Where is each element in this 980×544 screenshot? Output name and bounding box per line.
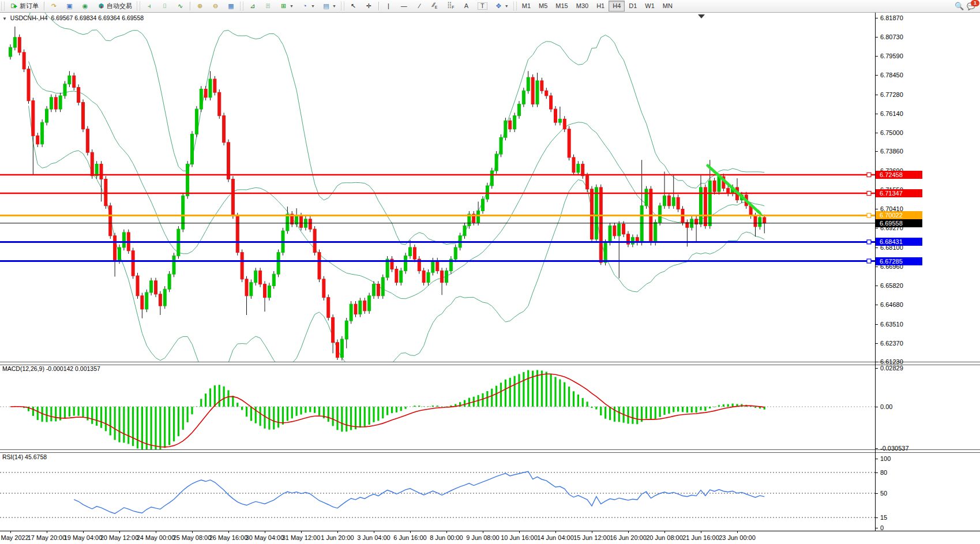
toolbar-grip[interactable] [1,2,5,10]
timeframe-button-MN[interactable]: MN [659,1,677,12]
rsi-value: 45.6758 [25,453,47,460]
zoom-in-button[interactable]: ⊕ [192,0,208,12]
toolbar: 🗋✚ 新订单 ↷ ▣ ◉ ⬢● 自动交易 ⫞ ⌷ ∿ ⊕ ⊖ ▦ ⊿ ⍐ ⊞▼ … [0,0,980,13]
toolbar-grip[interactable] [137,2,140,10]
bar-chart-icon: ⫞ [145,2,153,10]
time-axis-label: 10 Jun 16:00 [501,534,538,541]
autotrade-label: 自动交易 [107,2,132,10]
toolbar-grip[interactable] [513,2,517,10]
price-axis-tick [875,362,878,362]
time-axis-tick [628,531,629,533]
bull-candle [672,197,675,205]
fibonacci-tool-button[interactable]: ⣿F [443,0,459,12]
price-axis-tick [875,209,878,209]
toolbar-grip[interactable] [341,2,344,10]
market-watch-button[interactable]: ▣ [62,0,77,12]
hline-tool-button[interactable]: — [396,0,412,12]
price-axis-tick [875,324,878,325]
vline-tool-button[interactable]: | [381,0,396,12]
bull-candle [400,271,403,282]
line-chart-button[interactable]: ∿ [172,0,188,12]
level-price-badge: 6.71347 [876,189,922,197]
bull-candle [477,211,480,222]
add-indicator-dropdown[interactable]: ⊞▼ [276,0,297,12]
level-anchor[interactable] [867,213,871,217]
bear-candle [104,179,107,205]
trendline-tool-button[interactable]: ∕ [412,0,427,12]
channel-tool-button[interactable]: ∕∕E [427,0,443,12]
bear-candle [155,281,157,294]
bull-candle [254,271,257,282]
bear-candle [395,269,398,283]
bull-candle [482,199,485,211]
zoom-out-button[interactable]: ⊖ [208,0,223,12]
timeframe-button-M15[interactable]: M15 [551,1,572,12]
bear-candle [27,69,30,101]
timeframe-button-H4[interactable]: H4 [609,1,625,12]
timeframe-button-M1[interactable]: M1 [518,1,535,12]
bear-candle [413,247,416,259]
timeframe-button-H1[interactable]: H1 [592,1,609,12]
template-dropdown[interactable]: ▤▼ [318,0,340,12]
rsi-canvas[interactable] [0,452,875,531]
bear-candle [86,129,89,152]
period-dropdown[interactable]: ◔▼ [297,0,318,12]
main-chart-canvas[interactable] [0,13,875,362]
bull-candle [186,164,189,196]
bear-candle [22,52,25,69]
time-axis-tick [337,531,338,533]
bear-candle [159,294,162,306]
chart-profile-icon: ▣ [65,2,74,10]
signals-button[interactable]: ◉ [77,0,93,12]
cursor-button[interactable]: ↖ [346,0,361,12]
shapes-dropdown[interactable]: ✥▼ [491,0,512,12]
bull-candle [495,154,498,171]
toolbar-separator [44,2,44,10]
bear-candle [568,129,570,157]
timeframe-button-W1[interactable]: W1 [641,1,659,12]
level-anchor[interactable] [867,192,871,196]
bear-candle [77,88,80,103]
level-price-badge: 6.67285 [876,257,922,265]
new-order-button[interactable]: 🗋✚ 新订单 [6,0,42,12]
object-window-button[interactable]: ⍐ [260,0,276,12]
price-axis-tick [875,133,878,133]
bull-candle [631,238,634,245]
new-order-label: 新订单 [20,2,39,10]
bear-candle [354,304,357,314]
bar-chart-button[interactable]: ⫞ [141,0,157,12]
candle-chart-button[interactable]: ⌷ [157,0,172,12]
bear-candle [18,37,21,52]
timeframe-button-M30[interactable]: M30 [572,1,592,12]
autotrade-button[interactable]: ⬢● 自动交易 [93,0,136,12]
text-tool-button[interactable]: A [459,0,474,12]
time-axis-tick [192,531,193,533]
rsi-axis-tick [875,517,878,518]
indicator-window-button[interactable]: ⊿ [245,0,260,12]
level-anchor[interactable] [867,173,871,177]
search-icon[interactable]: 🔍 [955,2,963,10]
quick-trade-button[interactable]: ↷ [46,0,62,12]
bull-candle [373,284,376,296]
toolbar-grip[interactable] [240,2,243,10]
level-anchor[interactable] [867,259,871,263]
price-axis-tick [875,267,878,267]
chat-button[interactable]: 💬 1 [967,2,975,10]
bear-candle [377,284,380,296]
bull-candle [145,292,148,309]
bear-candle [223,116,226,142]
bull-candle [168,274,171,289]
timeframe-button-M5[interactable]: M5 [535,1,551,12]
price-axis-tick [875,247,878,248]
template-icon: ▤ [322,2,331,10]
crosshair-button[interactable]: ✛ [361,0,377,12]
macd-canvas[interactable] [0,364,875,449]
crosshair-icon: ✛ [365,2,373,10]
timeframe-group: M1M5M15M30H1H4D1W1MN [518,1,677,12]
level-anchor[interactable] [867,240,871,244]
price-axis-tick [875,286,878,286]
timeframe-button-D1[interactable]: D1 [625,1,641,12]
tile-windows-button[interactable]: ▦ [223,0,239,12]
label-tool-button[interactable]: T [474,0,491,12]
bear-candle [204,89,207,97]
